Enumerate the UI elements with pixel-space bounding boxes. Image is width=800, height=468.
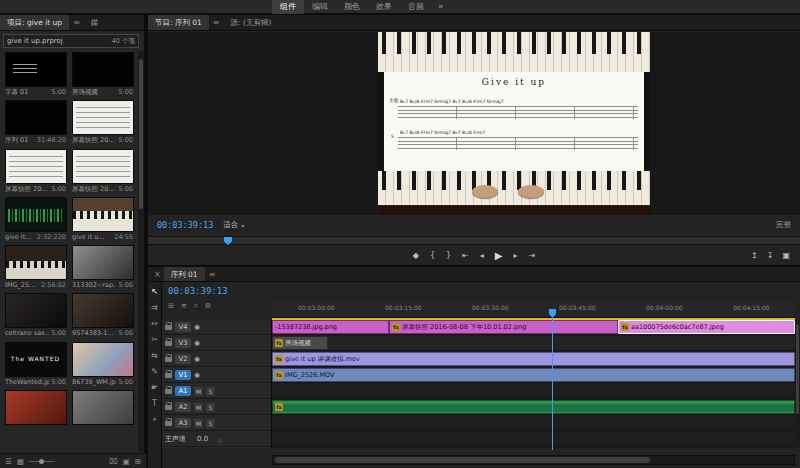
project-scrollbar-thumb[interactable] — [139, 59, 143, 209]
lock-icon[interactable] — [165, 421, 172, 426]
project-item[interactable]: give it...2:32:220 — [2, 196, 69, 244]
icon-view-button[interactable]: ▦ — [17, 457, 24, 466]
timeline-clip[interactable]: fx give it up 讲课虚拟.mov — [272, 352, 795, 366]
lane-v3[interactable]: fx 黑场视频 — [272, 336, 795, 351]
track-target-a3[interactable]: A3 — [175, 418, 191, 428]
play-button[interactable]: ▶ — [495, 250, 503, 261]
zoom-tool[interactable]: ⌖ — [152, 415, 157, 425]
playhead-marker[interactable] — [549, 309, 556, 318]
lock-icon[interactable] — [165, 325, 172, 330]
lock-icon[interactable] — [165, 389, 172, 394]
tab-program-monitor[interactable]: 节目: 序列 01 — [148, 15, 209, 30]
type-tool[interactable]: T — [152, 399, 157, 408]
timeline-ruler[interactable]: 00:03:00:00 00:03:15:00 00:03:30:00 00:0… — [272, 300, 795, 318]
mark-in-button[interactable]: { — [430, 251, 435, 260]
track-target-a2[interactable]: A2 — [175, 402, 191, 412]
timeline-clip-selected[interactable]: fx aa100075de6c0ac7e87.jpeg — [618, 320, 795, 334]
panel-menu-icon[interactable]: ≡ — [205, 267, 220, 281]
playback-resolution-select[interactable]: 完整 — [776, 220, 791, 230]
lock-icon[interactable] — [165, 341, 172, 346]
eye-icon[interactable]: ◉ — [194, 355, 200, 363]
new-bin-button[interactable]: ▣ — [123, 457, 130, 466]
timeline-playhead[interactable] — [552, 318, 553, 450]
timeline-clip[interactable]: -15387238.jpg.png — [272, 320, 389, 334]
hand-tool[interactable]: ☛ — [151, 383, 158, 392]
lane-a1[interactable] — [272, 384, 795, 399]
workspace-tab-effects[interactable]: 效果 — [368, 0, 400, 14]
program-scrubber[interactable] — [148, 236, 800, 245]
project-item[interactable]: 9574383-1...5:00 — [69, 292, 136, 340]
workspace-tab-editing[interactable]: 编辑 — [304, 0, 336, 14]
snap-icon[interactable]: ≋ — [181, 302, 187, 310]
track-target-v1[interactable]: V1 — [175, 370, 191, 380]
timeline-vscrollbar[interactable] — [795, 320, 800, 448]
workspace-overflow-button[interactable]: » — [432, 0, 450, 14]
timeline-clip[interactable]: fx IMG_2526.MOV — [272, 368, 795, 382]
project-item[interactable] — [2, 389, 69, 437]
lift-button[interactable]: ↥ — [751, 251, 758, 260]
track-target-a1[interactable]: A1 — [175, 386, 191, 396]
track-lanes[interactable]: -15387238.jpg.png fx 屏幕快照 2016-08-08 下午1… — [272, 320, 795, 448]
lane-v2[interactable]: fx give it up 讲课虚拟.mov — [272, 352, 795, 367]
project-item[interactable]: 字幕 015:00 — [2, 51, 69, 99]
mute-button[interactable]: M — [194, 419, 203, 428]
timeline-clip[interactable]: fx 屏幕快照 2016-08-08 下午10.01.02.png — [389, 320, 618, 334]
timeline-clip[interactable]: fx — [272, 400, 795, 414]
nest-toggle-icon[interactable]: ⊞ — [168, 302, 174, 310]
eye-icon[interactable]: ◉ — [194, 323, 200, 331]
lane-v1[interactable]: fx IMG_2526.MOV — [272, 368, 795, 383]
project-item[interactable]: 313302~rap...5:00 — [69, 244, 136, 292]
project-item[interactable]: The WANTED TheWanted.jpg5:00 — [2, 341, 69, 389]
project-item[interactable]: 86739_WM.jpg5:00 — [69, 341, 136, 389]
razor-tool[interactable]: ✂ — [151, 335, 158, 344]
project-scrollbar[interactable] — [138, 51, 144, 452]
lock-icon[interactable] — [165, 405, 172, 410]
add-marker-button[interactable]: ◆ — [413, 251, 419, 260]
solo-button[interactable]: S — [206, 403, 215, 412]
project-item[interactable]: IMG_25...2:56:02 — [2, 244, 69, 292]
project-item[interactable]: 屏幕快照 20...5:00 — [2, 148, 69, 196]
track-target-v4[interactable]: V4 — [175, 322, 191, 332]
track-target-v3[interactable]: V3 — [175, 338, 191, 348]
step-back-button[interactable]: ◂ — [480, 251, 484, 260]
export-frame-button[interactable]: ▣ — [782, 251, 790, 260]
scrubber-playhead[interactable] — [224, 237, 232, 245]
step-forward-button[interactable]: ▸ — [514, 251, 518, 260]
track-target-v2[interactable]: V2 — [175, 354, 191, 364]
lock-icon[interactable] — [165, 373, 172, 378]
project-item[interactable]: 屏幕快照 20...5:00 — [69, 99, 136, 147]
new-item-button[interactable]: ⊞ — [135, 457, 141, 466]
pen-tool[interactable]: ✎ — [151, 367, 158, 376]
list-view-button[interactable]: ☰ — [5, 457, 12, 466]
panel-menu-icon[interactable]: ≡ — [69, 15, 84, 30]
timeline-timecode[interactable]: 00:03:39:13 — [168, 286, 228, 296]
go-to-out-button[interactable]: ⇥ — [529, 251, 536, 260]
workspace-tab-color[interactable]: 颜色 — [336, 0, 368, 14]
solo-button[interactable]: S — [206, 419, 215, 428]
tab-timeline-sequence[interactable]: 序列 01 — [164, 267, 205, 281]
project-item[interactable] — [69, 389, 136, 437]
lane-a2[interactable]: fx — [272, 400, 795, 415]
project-item[interactable]: coltrane sax...5:00 — [2, 292, 69, 340]
project-item[interactable]: 黑场视频5:00 — [69, 51, 136, 99]
track-select-tool[interactable]: ⇉ — [151, 303, 158, 312]
mute-button[interactable]: M — [194, 403, 203, 412]
timeline-hscrollbar[interactable] — [272, 455, 795, 465]
workspace-tab-audio[interactable]: 音频 — [400, 0, 432, 14]
close-icon[interactable]: × — [151, 267, 164, 281]
master-volume-value[interactable]: 0.0 — [197, 435, 208, 443]
go-to-in-button[interactable]: ⇤ — [462, 251, 469, 260]
selection-tool[interactable]: ↖ — [151, 287, 158, 296]
tab-source-monitor[interactable]: 源: (无剪辑) — [224, 15, 279, 30]
find-button[interactable]: ⌧ — [109, 457, 118, 466]
hscrollbar-thumb[interactable] — [275, 457, 650, 463]
slip-tool[interactable]: ⇆ — [151, 351, 158, 360]
zoom-level-select[interactable]: 适合 ▾ — [223, 220, 244, 230]
mark-out-button[interactable]: } — [446, 251, 451, 260]
eye-icon[interactable]: ◉ — [194, 371, 200, 379]
linked-selection-icon[interactable]: ⌗ — [194, 302, 198, 310]
extract-button[interactable]: ↧ — [767, 251, 774, 260]
ripple-edit-tool[interactable]: ↔ — [151, 319, 158, 328]
eye-icon[interactable]: ◉ — [194, 339, 200, 347]
thumbnail-zoom-slider[interactable] — [29, 461, 55, 462]
